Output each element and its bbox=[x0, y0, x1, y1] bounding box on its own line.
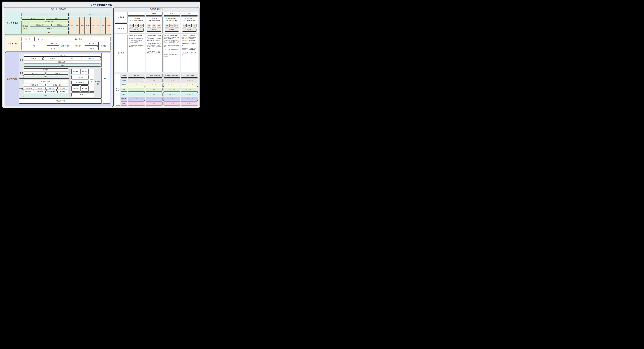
role-card-p9: 【业务线负责人】 总监/VP/首席架构师 商业 价值 团队 领导力 bbox=[181, 16, 198, 33]
requirements-p5p6: 1.很好的需求挖掘和价值评估能力 2.可以独立负责一个或者多个完整产品的全生命周… bbox=[146, 34, 162, 72]
role-title: 【产品新人】 bbox=[132, 18, 140, 20]
matrix-label-management: 管理能力 bbox=[120, 102, 127, 106]
matrix-cell: 一条或多条业务线 bbox=[181, 74, 198, 78]
product-review-box: 产品评审 bbox=[72, 69, 80, 74]
system-design-section: 系统设计能力 用户中心 商户中心 交易体系设计 风控 支付系统设计 通道设计 清… bbox=[5, 36, 111, 51]
roadmap-box: 产品路线制定 bbox=[23, 84, 46, 86]
data-analysis-column: 数据分析 bbox=[102, 53, 110, 104]
badge: 价值 bbox=[187, 24, 192, 27]
payment-layer-label: 支付应用层能力 bbox=[5, 12, 22, 35]
badge: 资源 bbox=[170, 24, 174, 27]
page-title: 支付产品经理能力模型 bbox=[2, 4, 200, 6]
role-subtitle: 实习生/助理/初级产品 bbox=[130, 20, 143, 22]
reconciliation-box: 对账设计 bbox=[85, 46, 98, 50]
risk-control-box: 风控 bbox=[22, 42, 46, 50]
matrix-cell: ☆ bbox=[128, 83, 145, 87]
market-group: 市场 市场分析 市场规模 市场趋势 竞争对手 市场机会 商业模式设计 MRD bbox=[19, 53, 102, 67]
matrix-cell: 多个产品或多条产品线 bbox=[163, 74, 180, 78]
req-analysis-box: 需求分析 bbox=[23, 72, 46, 74]
role-subtitle: 总监/VP/首席架构师 bbox=[183, 20, 195, 22]
role-card-p5p6: 【产品主力军】 高级/资深产品经理 独立 协调 规划 专业力 bbox=[146, 16, 162, 33]
retrospective-box: 复盘结项 bbox=[72, 92, 94, 97]
matrix-cell bbox=[128, 78, 145, 82]
matrix-cell: ☆ bbox=[128, 88, 145, 92]
domain-education: 教育 bbox=[85, 17, 90, 34]
matrix-cell: ☆☆☆☆☆ bbox=[181, 97, 198, 101]
matrix-label-design: 设计能力 bbox=[120, 88, 127, 92]
domain-header: 领域 bbox=[70, 13, 111, 16]
resource-coordination-box: 资源协调 bbox=[72, 75, 88, 79]
matrix-label-market: 市场能力 bbox=[120, 78, 127, 82]
launch-release-box: 上线发布 bbox=[72, 86, 80, 92]
badge: 需求 bbox=[129, 24, 134, 27]
role-title: 【产品主力军】 bbox=[149, 18, 159, 20]
draw-prototype-box: 绘制原型 bbox=[58, 90, 68, 93]
left-panel: 产品专业力能力模型 支付应用层能力 组织 互联网企业 传统企业 国际清算通讯组织… bbox=[4, 7, 113, 107]
focus-badges: 商业 价值 团队 bbox=[182, 24, 196, 27]
matrix-cell: ☆ bbox=[128, 97, 145, 101]
value-eval-box: 价值评估 bbox=[46, 72, 68, 74]
market-analysis-box: 市场分析 bbox=[24, 54, 101, 56]
draw-flow-box: 绘制流程图 bbox=[35, 90, 46, 93]
design-label: 设计 bbox=[19, 79, 23, 98]
badge: 规划 bbox=[157, 24, 161, 27]
role-card-p1p4: 【产品新人】 实习生/助理/初级产品 需求 原型 文档 学习力 bbox=[128, 16, 145, 33]
design-group: 设计 产品定义和定位 产品路线制定 产品版本设计 产品架构设计 流程设计 逻辑设… bbox=[19, 79, 69, 98]
page-design-box: 页面设计 bbox=[58, 87, 68, 90]
badge: 团队 bbox=[192, 24, 196, 27]
traditional-company-box: 传统企业 bbox=[46, 17, 68, 20]
req-mining-box: 需求挖掘 bbox=[23, 68, 68, 71]
matrix-label-data: 数据分析 bbox=[120, 97, 127, 101]
matrix-cell: 产品局部 bbox=[128, 74, 145, 78]
badge: 架构 bbox=[164, 24, 169, 27]
left-panel-title: 产品专业力能力模型 bbox=[4, 8, 113, 10]
commercial-bank-box: 商业银行 bbox=[52, 24, 68, 26]
matrix-cell: ☆☆☆ bbox=[163, 78, 180, 82]
matrix-cell: ☆☆☆☆☆ bbox=[163, 88, 180, 92]
role-subtitle: 高级/资深产品经理 bbox=[148, 20, 160, 22]
payment-layer-section: 支付应用层能力 组织 互联网企业 传统企业 国际清算通讯组织 四方支付机构 三方… bbox=[5, 12, 111, 35]
version-design-box: 产品版本设计 bbox=[46, 84, 68, 86]
prd-box: PRD bbox=[23, 94, 68, 97]
right-panel-title: 产品能力等级模型 bbox=[114, 8, 199, 10]
base-product-label: 基础产品能力 bbox=[5, 52, 19, 106]
matrix-cell: ☆☆☆☆☆ bbox=[181, 102, 198, 106]
badge: 协调 bbox=[152, 24, 156, 27]
go-to-market-box: 推向市场 bbox=[80, 86, 88, 92]
badge: 机会 bbox=[174, 24, 179, 27]
focus-main-badge: 管理能力 bbox=[164, 28, 179, 32]
grade-p9: P9+ bbox=[181, 12, 198, 16]
requirement-row-label: 能力要求 bbox=[115, 34, 128, 72]
diagram-canvas: 支付产品经理能力模型 产品专业力能力模型 支付应用层能力 组织 互联网企业 传统… bbox=[0, 0, 202, 109]
requirement-group: 需求 需求挖掘 需求分析 价值评估 BRD bbox=[19, 68, 69, 78]
focus-badges: 需求 原型 文档 bbox=[129, 24, 144, 27]
draw-logic-flow-box: 绘制逻辑流程图 bbox=[46, 90, 57, 93]
matrix-cell: ☆☆ bbox=[146, 97, 162, 101]
market-label: 市场 bbox=[19, 53, 24, 67]
domain-crossborder: 跨境 bbox=[96, 17, 100, 34]
product-definition-box: 产品定义和定位 bbox=[23, 80, 68, 83]
matrix-cell: 一个或多个完整产品 bbox=[146, 74, 162, 78]
market-scale-box: 市场规模 bbox=[24, 57, 42, 60]
matrix-label-scope: 产品范围 bbox=[120, 74, 127, 78]
system-design-label: 系统设计能力 bbox=[5, 36, 22, 52]
competitor-box: 竞争对手 bbox=[62, 57, 81, 60]
market-trend-box: 市场趋势 bbox=[43, 57, 62, 60]
domain-securities: 证券 bbox=[101, 17, 106, 34]
domain-travel: 出行 bbox=[75, 17, 80, 34]
brd-box: BRD bbox=[23, 75, 68, 78]
org-header: 组织 bbox=[22, 13, 68, 16]
domain-housekeeping: 家政 bbox=[90, 17, 95, 34]
main-frame: 支付产品经理能力模型 产品专业力能力模型 支付应用层能力 组织 互联网企业 传统… bbox=[2, 2, 200, 108]
logic-design-box: 逻辑设计 bbox=[46, 87, 57, 90]
trade-system-box: 交易体系设计 bbox=[47, 37, 111, 41]
merchant-center-box: 商户中心 bbox=[34, 37, 46, 41]
requirements-p7p8: 1.优秀的行业洞察和市场机会挖掘能力，可以很好的理解和落实公司战略目标 2.具备… bbox=[163, 34, 180, 72]
wallet-design-box: 钱包设计 bbox=[85, 42, 98, 46]
draw-arch-box: 绘制架构图 bbox=[23, 90, 34, 93]
domain-finance: 金融 bbox=[106, 17, 111, 34]
mrd-box: MRD bbox=[24, 64, 101, 66]
matrix-cell: ☆☆ bbox=[146, 92, 162, 96]
focus-main-badge: 领导力 bbox=[182, 28, 196, 32]
requirements-p1p4: 1.具备基本的需求分析能力 2.可以在高级产品指导下完成一个产品局部的产品原型设… bbox=[128, 34, 145, 72]
